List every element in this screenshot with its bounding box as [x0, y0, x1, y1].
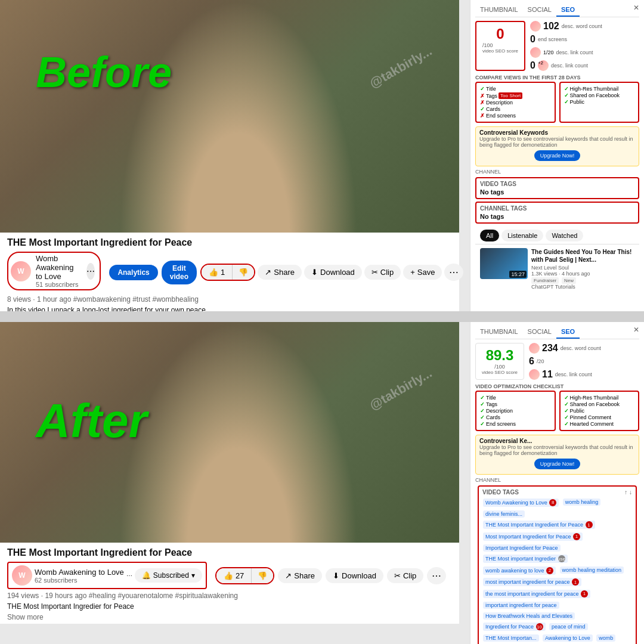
- panel-close-icon[interactable]: ✕: [633, 4, 639, 17]
- bottom-video-thumbnail: After @takbirly...: [0, 322, 459, 543]
- top-checklist-left: ✓ Title ✗ Tags Too Short ✗ Description ✓: [475, 82, 556, 123]
- bottom-dislike-btn[interactable]: 👎: [251, 568, 273, 583]
- tag-womb-love: womb awakening to love 2: [483, 566, 556, 575]
- top-desc-word-label: desc. word count: [562, 23, 602, 29]
- bottom-subscribed-label: Subscribed: [153, 571, 189, 580]
- bottom-channel-row: W Womb Awakening to Love 62 subscribers …: [7, 562, 207, 589]
- top-compare-label: COMPARE VIEWS IN THE FIRST 28 DAYS: [475, 75, 639, 80]
- bottom-like-btn[interactable]: 👍 27: [216, 568, 251, 583]
- top-dislike-btn[interactable]: 👎: [232, 265, 254, 280]
- top-subscribers: 51 subscribers: [36, 281, 82, 288]
- bottom-person-silhouette: [119, 322, 358, 543]
- top-edit-video-btn[interactable]: Edit video: [162, 261, 197, 284]
- bottom-controversial-desc: Upgrade to Pro to see controversial keyw…: [479, 444, 635, 456]
- bottom-upgrade-btn[interactable]: Upgrade Now!: [534, 459, 581, 469]
- top-download-btn[interactable]: ⬇ Download: [304, 265, 362, 280]
- tag-peace-mind: peace of mind: [549, 623, 588, 630]
- top-save-btn[interactable]: + Save: [403, 265, 442, 280]
- bottom-desc-link: 11 desc. link count: [529, 369, 601, 380]
- tag-the-most-ingred: THE Most important Ingredier use: [483, 555, 568, 563]
- rec-tab-all[interactable]: All: [480, 230, 499, 242]
- bottom-hashtags: #healing #youarenotalome #spiritualawake…: [89, 592, 238, 600]
- top-no-tags-video: No tags: [480, 188, 634, 196]
- clip-icon: ✂: [371, 268, 378, 277]
- top-watermark: @takbirly...: [367, 44, 435, 92]
- btab-thumbnail[interactable]: THUMBNAIL: [475, 326, 523, 339]
- rec-thumbnail: 15:27: [480, 248, 528, 279]
- bottom-clip-btn[interactable]: ✂ Clip: [387, 568, 423, 583]
- bottom-checklist: ✓ Title ✓ Tags ✓ Description ✓ Cards ✓ E…: [475, 391, 639, 431]
- bottom-end-screens: 6 /20: [529, 356, 601, 367]
- tag-important-ingred: Important Ingredient for Peace: [483, 544, 561, 552]
- top-more-btn[interactable]: ⋯: [444, 264, 463, 281]
- top-seo-score-num: 0: [482, 26, 518, 42]
- tab-thumbnail[interactable]: THUMBNAIL: [475, 4, 523, 17]
- top-like-btn[interactable]: 👍 1: [202, 265, 232, 280]
- check-end-screens: ✗ End screens: [480, 113, 551, 119]
- top-video-tags-section: VIDEO TAGS No tags: [475, 177, 639, 199]
- check-public: ✓ Public: [564, 99, 635, 105]
- bottom-video-tags-label: VIDEO TAGS: [482, 489, 519, 496]
- top-panel-tabs: THUMBNAIL SOCIAL SEO ✕: [475, 4, 639, 17]
- check-facebook: ✓ Shared on Facebook: [564, 92, 635, 98]
- top-analytics-btn[interactable]: Analytics: [109, 265, 157, 280]
- bottom-score-suffix: /100: [482, 364, 518, 370]
- bottom-seo-score-box: 89.3 /100 video SEO score: [475, 343, 524, 380]
- bottom-right-scores: 234 desc. word count 6 /20 11 desc. link…: [529, 343, 601, 380]
- bottom-controversial-title: Controversial Ke...: [479, 438, 635, 444]
- rec-tab-watched[interactable]: Watched: [546, 230, 583, 242]
- rec-tab-listenable[interactable]: Listenable: [501, 230, 543, 242]
- top-upgrade-btn[interactable]: Upgrade Now!: [534, 150, 581, 161]
- bottom-options[interactable]: ⋯: [126, 572, 132, 579]
- top-channel-section-label: CHANNEL: [475, 169, 639, 175]
- tag-ingred-peace2: Ingredient for Peace 10: [483, 623, 546, 631]
- btab-social[interactable]: SOCIAL: [523, 326, 556, 339]
- top-video-thumbnail: Before @takbirly...: [0, 0, 459, 233]
- top-controversial: Controversial Keywords Upgrade to Pro to…: [475, 126, 639, 166]
- download-icon: ⬇: [311, 268, 318, 277]
- bottom-like-dislike: 👍 27 👎: [215, 567, 274, 584]
- bottom-video-desc: THE Most Important Ingredier for Peace: [7, 602, 452, 611]
- bottom-share-btn[interactable]: ↗ Share: [278, 568, 322, 583]
- tag-womb-healing: womb healing: [563, 499, 601, 506]
- inline-icon: +2: [538, 60, 549, 71]
- tag-womb: womb: [596, 634, 615, 642]
- tag-most-important-ingred: Most Important Ingredient for Peace 1: [483, 532, 583, 541]
- bottom-link-icon: [529, 369, 540, 380]
- person-silhouette: [119, 0, 358, 233]
- tab-seo[interactable]: SEO: [556, 4, 580, 17]
- check-tags: ✗ Tags Too Short: [480, 92, 551, 99]
- rec-duration: 15:27: [509, 271, 527, 278]
- top-checklist-right: ✓ High-Res Thumbnail ✓ Shared on Faceboo…: [559, 82, 640, 123]
- top-channel-tags-section: CHANNEL TAGS No tags: [475, 202, 639, 224]
- top-score-inline: 0 +2 desc. link count: [530, 60, 602, 71]
- bottom-right-panel: THUMBNAIL SOCIAL SEO ✕ 89.3 /100 video S…: [470, 322, 644, 644]
- top-options-btn[interactable]: ⋯: [86, 263, 95, 280]
- bottom-subscribed-btn[interactable]: 🔔 Subscribed ▾: [135, 568, 202, 583]
- top-controversial-desc: Upgrade to Pro to see controversial keyw…: [479, 136, 635, 148]
- tag-awakening-love: Awakening to Love: [543, 634, 593, 642]
- bottom-more-btn[interactable]: ⋯: [427, 567, 446, 584]
- bottom-download-btn[interactable]: ⬇ Download: [326, 568, 383, 583]
- bottom-subscribers: 62 subscribers: [35, 577, 124, 584]
- top-channel-tags-label: CHANNEL TAGS: [480, 205, 634, 212]
- top-seo-scores: 0 /100 video SEO score 102 desc. word co…: [475, 21, 639, 71]
- top-clip-btn[interactable]: ✂ Clip: [364, 265, 401, 280]
- top-views: 8 views: [7, 295, 31, 304]
- top-score-desc-link: 1/20 desc. link count: [530, 47, 602, 58]
- bottom-thumbs-up-icon: 👍: [224, 571, 233, 580]
- rec-title: The Guides Need You To Hear This! with P…: [531, 248, 634, 264]
- rec-views: 1.3K views: [531, 271, 558, 277]
- btab-seo[interactable]: SEO: [556, 326, 580, 339]
- bottom-channel-name: Womb Awakening to Love: [35, 568, 124, 577]
- bottom-show-more[interactable]: Show more: [7, 613, 452, 621]
- bottom-desc-word: 234 desc. word count: [529, 343, 601, 354]
- top-score-end-screens: 0 end screens: [530, 34, 602, 45]
- bottom-tags-controls[interactable]: ↑ ↓: [624, 489, 632, 496]
- bottom-download-icon: ⬇: [333, 571, 339, 580]
- tab-social[interactable]: SOCIAL: [523, 4, 556, 17]
- top-right-scores: 102 desc. word count 0 end screens 1/20 …: [530, 21, 602, 71]
- top-share-btn[interactable]: ↗ Share: [258, 265, 302, 280]
- bottom-panel-close[interactable]: ✕: [633, 326, 639, 339]
- rec-meta: 1.3K views · 4 hours ago: [531, 271, 634, 277]
